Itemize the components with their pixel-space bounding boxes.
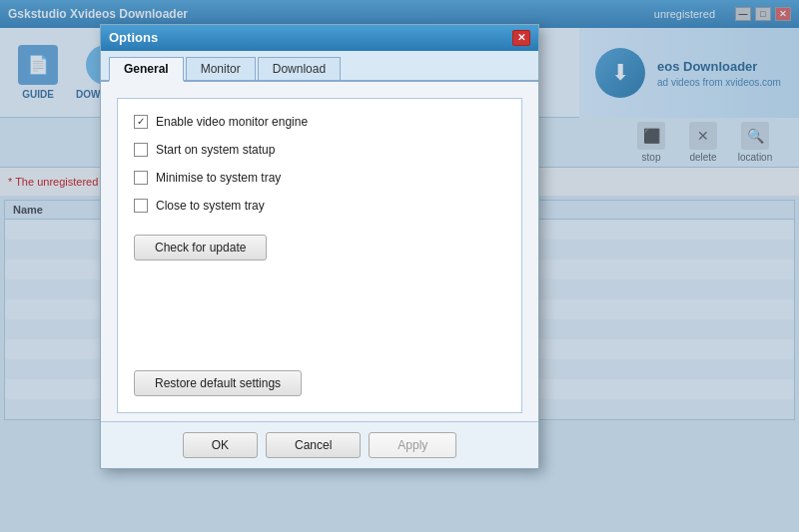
label-minimise: Minimise to system tray	[156, 171, 281, 185]
check-update-button[interactable]: Check for update	[134, 235, 267, 261]
option-row-close-tray: Close to system tray	[134, 199, 505, 213]
modal-overlay: Options ✕ General Monitor Download Enabl…	[0, 0, 799, 532]
option-row-monitor-engine: Enable video monitor engine	[134, 115, 505, 129]
tab-strip: General Monitor Download	[101, 51, 538, 82]
check-update-section: Check for update	[134, 227, 505, 261]
restore-defaults-button[interactable]: Restore default settings	[134, 370, 302, 396]
checkbox-monitor-engine[interactable]	[134, 115, 148, 129]
app-window: Gskstudio Xvideos Downloader unregistere…	[0, 0, 799, 532]
label-close-tray: Close to system tray	[156, 199, 265, 213]
cancel-button[interactable]: Cancel	[266, 432, 361, 458]
tab-download[interactable]: Download	[258, 57, 341, 80]
dialog-body: Enable video monitor engine Start on sys…	[101, 82, 538, 421]
checkbox-minimise[interactable]	[134, 171, 148, 185]
tab-monitor[interactable]: Monitor	[186, 57, 256, 80]
checkbox-close-tray[interactable]	[134, 199, 148, 213]
ok-button[interactable]: OK	[183, 432, 258, 458]
label-monitor-engine: Enable video monitor engine	[156, 115, 308, 129]
option-row-startup: Start on system statup	[134, 143, 505, 157]
label-startup: Start on system statup	[156, 143, 275, 157]
apply-button[interactable]: Apply	[369, 432, 456, 458]
dialog-footer: OK Cancel Apply	[101, 421, 538, 468]
spacer	[134, 274, 505, 356]
dialog-title-bar: Options ✕	[101, 25, 538, 51]
dialog-close-button[interactable]: ✕	[512, 30, 530, 46]
restore-section: Restore default settings	[134, 370, 505, 396]
options-dialog: Options ✕ General Monitor Download Enabl…	[100, 24, 539, 469]
options-content: Enable video monitor engine Start on sys…	[117, 98, 522, 413]
checkbox-startup[interactable]	[134, 143, 148, 157]
dialog-title: Options	[109, 30, 158, 45]
option-row-minimise: Minimise to system tray	[134, 171, 505, 185]
tab-general[interactable]: General	[109, 57, 184, 82]
